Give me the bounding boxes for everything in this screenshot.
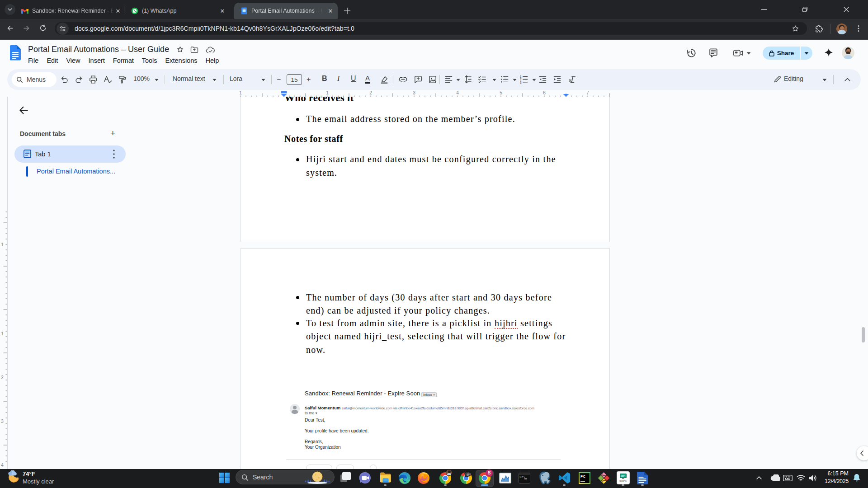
- svg-text:TaskPro: TaskPro: [619, 480, 627, 482]
- svg-text:5: 5: [500, 90, 502, 95]
- svg-text:1: 1: [1, 331, 4, 336]
- svg-text:2: 2: [1, 375, 4, 380]
- svg-text:7: 7: [586, 90, 589, 95]
- svg-text:PC: PC: [580, 474, 585, 479]
- svg-text:1: 1: [1, 242, 4, 247]
- svg-text:4: 4: [1, 463, 4, 468]
- svg-text:3: 3: [520, 81, 522, 84]
- svg-text:1: 1: [239, 90, 242, 95]
- svg-text:3: 3: [1, 419, 4, 424]
- svg-text:2: 2: [369, 90, 372, 95]
- svg-text:C:\: C:\: [520, 476, 525, 479]
- svg-text:3: 3: [413, 90, 415, 95]
- svg-text:4: 4: [456, 90, 459, 95]
- svg-text:1: 1: [326, 90, 329, 95]
- svg-text:GC: GC: [621, 475, 625, 478]
- svg-text:6: 6: [543, 90, 546, 95]
